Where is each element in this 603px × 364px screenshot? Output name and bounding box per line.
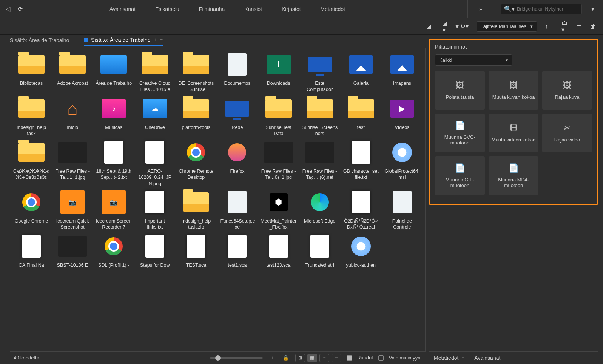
search-box[interactable]: 🔍▾ [501, 4, 582, 14]
file-item[interactable]: yubico-authen [342, 232, 380, 268]
file-item[interactable]: Microsoft Edge [301, 188, 339, 230]
file-item[interactable]: Área de Trabalho [95, 50, 133, 93]
quick-action-card[interactable]: 📄Muunna MP4-muotoon [489, 156, 538, 195]
sort-direction-icon[interactable]: ↑ [542, 22, 551, 31]
trash-icon[interactable]: 🗑 [589, 22, 597, 31]
file-item[interactable]: Rede [218, 94, 256, 137]
file-item[interactable]: Truncated stri [301, 232, 339, 268]
quick-action-card[interactable]: 🖼Poista tausta [435, 71, 485, 110]
file-item[interactable]: ÒžÐ¡Ñ°ÑžÐ°Ò«Ð¿Ñ°'Ò±.real [342, 188, 380, 230]
file-item[interactable]: Galeria [342, 50, 380, 93]
view-list-h[interactable]: ≡ [319, 354, 329, 362]
file-item[interactable]: test [342, 94, 380, 137]
file-item[interactable]: AERO-16209_0.24_JPN.png [136, 138, 174, 186]
tab-content-2[interactable]: Sisältö: Área de Trabalho + ≡ [84, 35, 163, 46]
quick-action-card[interactable]: ✂Rajaa video [542, 114, 592, 152]
view-grid-large[interactable]: ▦ [307, 354, 317, 362]
menubar-item[interactable]: Esikatselu [145, 1, 189, 17]
file-item[interactable]: Google Chrome [12, 188, 50, 230]
file-item[interactable]: GlobalProtect64.msi [383, 138, 421, 186]
menubar-item[interactable]: Metatiedot [311, 1, 355, 17]
back-icon[interactable]: ◁ [4, 5, 12, 13]
menubar-item[interactable]: Avainsanat [100, 1, 145, 17]
sort-dropdown[interactable]: Lajittele Manuaalises ▾ [477, 21, 537, 32]
file-item[interactable]: TEST.sca [177, 232, 215, 268]
file-item[interactable]: test123.sca [260, 232, 298, 268]
file-item[interactable]: Free Raw Files - Ta…6)_1.jpg [260, 138, 298, 186]
quick-actions-filter[interactable]: Kaikki ▾ [435, 54, 512, 66]
quick-action-card[interactable]: 📄Muunna SVG-muotoon [435, 114, 485, 152]
thumb-size-slider[interactable] [210, 357, 263, 359]
file-item[interactable]: Painel de Controle [383, 188, 421, 230]
search-input[interactable] [517, 6, 578, 12]
recent-folder-icon[interactable]: 🗀▾ [561, 22, 570, 31]
file-item[interactable]: ☁OneDrive [136, 94, 174, 137]
file-item[interactable]: Sunrise_Screenshots [301, 94, 339, 137]
file-item[interactable]: Documentos [218, 50, 256, 93]
lock-thumb-icon[interactable]: 🔒 [282, 354, 290, 362]
file-item[interactable]: Creative Cloud Files …4015.e [136, 50, 174, 93]
grid-checkbox[interactable] [347, 355, 352, 361]
file-item[interactable]: 📷Icecream Quick Screenshot [54, 188, 91, 230]
file-item[interactable]: Sunrise Test Data [260, 94, 298, 137]
file-item[interactable]: test1.sca [218, 232, 256, 268]
rating-filter-icon[interactable]: ◢ [424, 22, 433, 31]
file-item[interactable]: Important links.txt [136, 188, 174, 230]
menubar-item[interactable]: Kirjastot [272, 1, 311, 17]
tab-add-icon[interactable]: + [153, 37, 156, 43]
file-item[interactable]: Adobe Acrobat [54, 50, 91, 93]
file-item[interactable]: SBST-10136 E [54, 232, 91, 268]
quick-action-card[interactable]: 🖼Rajaa kuva [542, 71, 592, 110]
file-item[interactable]: Bibliotecas [12, 50, 50, 93]
file-label: Free Raw Files - Ta…1_1.jpg [54, 168, 91, 181]
thumbs-only-checkbox[interactable] [378, 355, 384, 361]
file-item[interactable]: ▶Vídeos [383, 94, 421, 137]
filter-funnel-icon[interactable]: ▼⚙▾ [457, 22, 466, 31]
search-dropdown-icon[interactable]: ▾ [589, 5, 597, 13]
keywords-tab[interactable]: Avainsanat [474, 355, 500, 361]
tab-menu-icon[interactable]: ≡ [160, 37, 163, 43]
file-item[interactable]: ⬢MeetMat_Painter_Fbx.fbx [260, 188, 298, 230]
new-folder-icon[interactable]: 🗀 [575, 22, 583, 31]
file-item[interactable]: DE_Screenshots_Sunrise [177, 50, 215, 93]
file-label: ÒžÐ¡Ñ°ÑžÐ°Ò«Ð¿Ñ°'Ò±.real [342, 218, 380, 230]
file-item[interactable]: GB character set file.txt [342, 138, 380, 186]
slider-thumb[interactable] [215, 355, 221, 361]
file-label: ЄҿҖҗӁӂӜӝӜӝӞӟЗзӞӟЗз [12, 168, 50, 181]
file-item[interactable]: ⭳Downloads [260, 50, 298, 93]
more-menus[interactable]: » [467, 0, 494, 18]
file-item[interactable]: Firefox [218, 138, 256, 186]
metadata-tab[interactable]: Metatiedot ≡ [434, 355, 464, 361]
file-item[interactable]: platform-tools [177, 94, 215, 137]
file-item[interactable]: 18th Sept & 19th Sep…t- 2.txt [95, 138, 133, 186]
file-item[interactable]: 📷Icecream Screen Recorder 7 [95, 188, 133, 230]
file-item[interactable]: iTunes64Setup.exe [218, 188, 256, 230]
file-item[interactable]: Imagens [383, 50, 421, 93]
reload-icon[interactable]: ⟳ [16, 5, 24, 13]
file-item[interactable]: ЄҿҖҗӁӂӜӝӜӝӞӟЗзӞӟЗз [12, 138, 50, 186]
file-item[interactable]: Steps for Dow [136, 232, 174, 268]
view-grid-small[interactable]: ⊞ [295, 354, 305, 362]
rating-filter2-icon[interactable]: ◢ ▾ [438, 22, 446, 31]
file-item[interactable]: Indesign_help task [12, 94, 50, 137]
quick-action-card[interactable]: 🎞Muuta videon kokoa [489, 114, 538, 152]
zoom-in-icon[interactable]: + [268, 354, 276, 362]
menubar-item[interactable]: Filminauha [189, 1, 234, 17]
file-item[interactable]: Indesign_help task.zip [177, 188, 215, 230]
menubar-item[interactable]: Kansiot [234, 1, 272, 17]
file-item[interactable]: Este Computador [301, 50, 339, 93]
file-item[interactable]: SDL (Profil 1) - [95, 232, 133, 268]
file-item[interactable]: ⌂Início [54, 94, 91, 137]
quick-action-card[interactable]: 🖼Muuta kuvan kokoa [489, 71, 538, 110]
view-list[interactable]: ☰ [332, 354, 341, 362]
card-icon: 🖼 [456, 81, 464, 91]
tab-content-1[interactable]: Sisältö: Área de Trabalho [10, 35, 69, 46]
file-item[interactable]: OA Final Na [12, 232, 50, 268]
file-item[interactable]: Free Raw Files - Ta…1_1.jpg [54, 138, 91, 186]
panel-menu-icon[interactable]: ≡ [470, 44, 473, 50]
file-item[interactable]: ♪Músicas [95, 94, 133, 137]
file-item[interactable]: Chrome Remote Desktop [177, 138, 215, 186]
quick-action-card[interactable]: 📄Muunna GIF-muotoon [435, 156, 485, 195]
file-item[interactable]: Free Raw Files - Tag… (6).nef [301, 138, 339, 186]
zoom-out-icon[interactable]: − [196, 354, 205, 362]
